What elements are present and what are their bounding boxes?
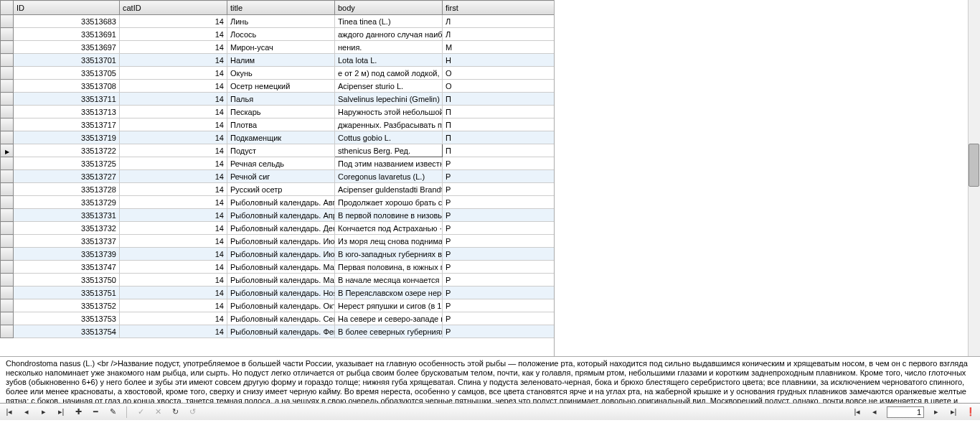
cell-id[interactable]: 33513731 [14, 209, 120, 222]
table-row[interactable]: 3351375214Рыболовный календарь. ОктНерес… [1, 299, 555, 312]
table-row[interactable]: 3351375114Рыболовный календарь. НояВ Пер… [1, 287, 555, 299]
cell-title[interactable]: Плотва [227, 118, 335, 131]
nav-next-button[interactable]: ▸ [39, 407, 49, 417]
table-row[interactable]: 3351373914Рыболовный календарь. ИюВ юго-… [1, 248, 555, 261]
nav-next2-button[interactable]: ▸ [931, 407, 941, 417]
cell-first[interactable]: П [443, 106, 555, 118]
table-row[interactable]: 3351369714Мирон-усачнения.М [1, 41, 555, 54]
col-header-body[interactable]: body [335, 1, 443, 15]
row-marker[interactable] [1, 261, 14, 274]
cell-body[interactable]: В первой половине в низовья [335, 209, 443, 222]
cell-body[interactable]: Первая половина, в южных г [335, 261, 443, 274]
nav-refresh-button[interactable]: ↻ [170, 407, 180, 417]
cell-body[interactable]: Lota lota L. [335, 54, 443, 67]
table-row[interactable]: 3351370514Окунье от 2 м) под самой лодко… [1, 67, 555, 80]
row-marker[interactable]: ▶ [1, 144, 14, 157]
cell-first[interactable]: О [443, 67, 555, 80]
cell-catid[interactable]: 14 [120, 118, 227, 131]
cell-id[interactable]: 33513725 [14, 157, 120, 170]
cell-id[interactable]: 33513722 [14, 144, 120, 157]
cell-catid[interactable]: 14 [120, 157, 227, 170]
cell-first[interactable]: Р [443, 287, 555, 299]
table-row[interactable]: 3351371114ПальяSalvelinus lepechini (Gme… [1, 93, 555, 106]
col-header-title[interactable]: title [227, 1, 335, 15]
cell-body[interactable]: Tinea tinea (L.) [335, 15, 443, 28]
cell-id[interactable]: 33513754 [14, 325, 120, 338]
cell-body[interactable]: е от 2 м) под самой лодкой, а [335, 67, 443, 80]
header-row[interactable]: ID catID title body first [1, 1, 555, 15]
row-marker[interactable] [1, 312, 14, 325]
cell-id[interactable]: 33513697 [14, 41, 120, 54]
cell-id[interactable]: 33513683 [14, 15, 120, 28]
cell-body[interactable]: Под этим названием известны [335, 157, 443, 170]
row-marker[interactable] [1, 170, 14, 183]
cell-first[interactable]: Р [443, 157, 555, 170]
nav-first2-button[interactable]: |◂ [852, 407, 862, 417]
cell-catid[interactable]: 14 [120, 325, 227, 338]
row-marker[interactable] [1, 28, 14, 41]
cell-id[interactable]: 33513732 [14, 222, 120, 235]
cell-id[interactable]: 33513752 [14, 299, 120, 312]
cell-catid[interactable]: 14 [120, 274, 227, 287]
row-marker[interactable] [1, 67, 14, 80]
cell-title[interactable]: Русский осетр [227, 183, 335, 196]
row-marker[interactable] [1, 157, 14, 170]
row-marker[interactable] [1, 41, 14, 54]
row-marker[interactable] [1, 248, 14, 261]
cell-body[interactable]: В начале месяца кончается в [335, 274, 443, 287]
cell-title[interactable]: Рыболовный календарь. Ию [227, 248, 335, 261]
nav-last2-button[interactable]: ▸| [948, 407, 958, 417]
cell-first[interactable]: Л [443, 28, 555, 41]
nav-prev2-button[interactable]: ◂ [870, 407, 880, 417]
row-marker[interactable] [1, 209, 14, 222]
cell-catid[interactable]: 14 [120, 222, 227, 235]
cell-catid[interactable]: 14 [120, 299, 227, 312]
nav-first-button[interactable]: |◂ [4, 407, 14, 417]
cell-first[interactable]: Р [443, 170, 555, 183]
cell-id[interactable]: 33513717 [14, 118, 120, 131]
cell-id[interactable]: 33513751 [14, 287, 120, 299]
cell-body[interactable]: Нерест ряпушки и сигов (в 1 [335, 299, 443, 312]
cell-catid[interactable]: 14 [120, 287, 227, 299]
table-row[interactable]: ▶3351372214Подустsthenicus Berg. Ред.П [1, 144, 555, 157]
row-marker[interactable] [1, 274, 14, 287]
cell-title[interactable]: Палья [227, 93, 335, 106]
table-row[interactable]: 3351370814Осетр немецкийAcipenser sturio… [1, 80, 555, 93]
cell-title[interactable]: Рыболовный календарь. Ноя [227, 287, 335, 299]
cell-id[interactable]: 33513691 [14, 28, 120, 41]
cell-first[interactable]: Р [443, 312, 555, 325]
table-row[interactable]: 3351371314ПескарьНаружность этой небольш… [1, 106, 555, 118]
nav-commit-button[interactable]: ✓ [136, 407, 146, 417]
row-marker[interactable] [1, 287, 14, 299]
table-row[interactable]: 3351375414Рыболовный календарь. ФевВ бол… [1, 325, 555, 338]
cell-first[interactable]: Л [443, 15, 555, 28]
cell-title[interactable]: Рыболовный календарь. Апр [227, 209, 335, 222]
table-row[interactable]: 3351369114Лососьаждого данного случая на… [1, 28, 555, 41]
cell-body[interactable]: Coregonus lavaretus (L.) [335, 170, 443, 183]
cell-id[interactable]: 33513711 [14, 93, 120, 106]
cell-catid[interactable]: 14 [120, 28, 227, 41]
cell-id[interactable]: 33513719 [14, 131, 120, 144]
cell-title[interactable]: Рыболовный календарь. Ию. [227, 235, 335, 248]
cell-id[interactable]: 33513750 [14, 274, 120, 287]
cell-body[interactable]: В Переяславском озере нере [335, 287, 443, 299]
cell-title[interactable]: Рыболовный календарь. Дек [227, 222, 335, 235]
cell-first[interactable]: Р [443, 261, 555, 274]
scrollbar-vertical[interactable] [968, 0, 980, 356]
cell-catid[interactable]: 14 [120, 106, 227, 118]
table-row[interactable]: 3351373714Рыболовный календарь. Ию.Из мо… [1, 235, 555, 248]
cell-id[interactable]: 33513701 [14, 54, 120, 67]
cell-first[interactable]: Р [443, 196, 555, 209]
col-header-id[interactable]: ID [14, 1, 120, 15]
cell-title[interactable]: Окунь [227, 67, 335, 80]
row-marker[interactable] [1, 235, 14, 248]
table-row[interactable]: 3351374714Рыболовный календарь. МайПерва… [1, 261, 555, 274]
cell-title[interactable]: Налим [227, 54, 335, 67]
cell-first[interactable]: П [443, 131, 555, 144]
row-marker[interactable] [1, 183, 14, 196]
cell-body[interactable]: Кончается под Астраханью · [335, 222, 443, 235]
cell-id[interactable]: 33513737 [14, 235, 120, 248]
row-marker[interactable] [1, 196, 14, 209]
cell-body[interactable]: В более северных губерниях [335, 325, 443, 338]
table-row[interactable]: 3351373214Рыболовный календарь. ДекКонча… [1, 222, 555, 235]
